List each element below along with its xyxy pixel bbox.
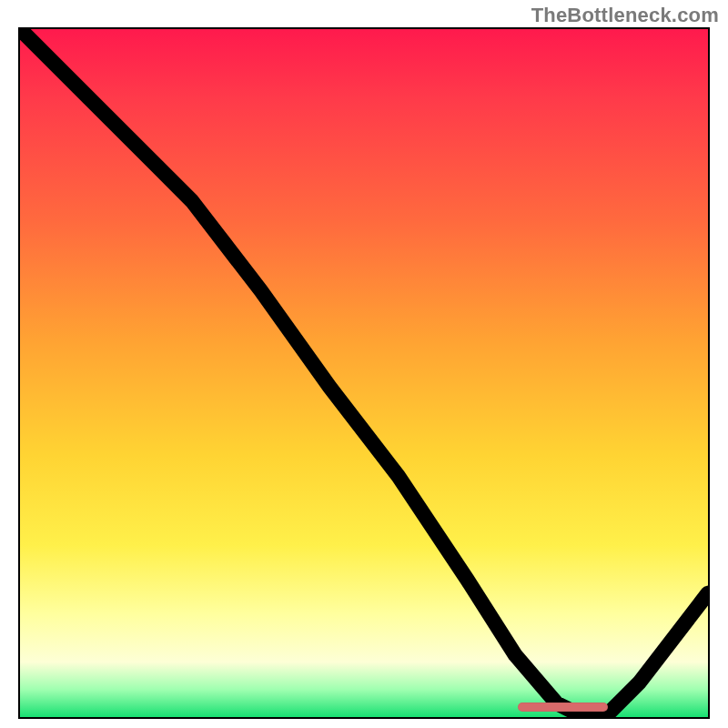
- curve-svg: [20, 29, 708, 717]
- bottleneck-curve: [20, 29, 708, 717]
- chart-frame: TheBottleneck.com: [0, 0, 728, 728]
- watermark-label: TheBottleneck.com: [531, 4, 719, 27]
- optimal-band-marker: [518, 703, 608, 712]
- plot-area: [18, 27, 710, 719]
